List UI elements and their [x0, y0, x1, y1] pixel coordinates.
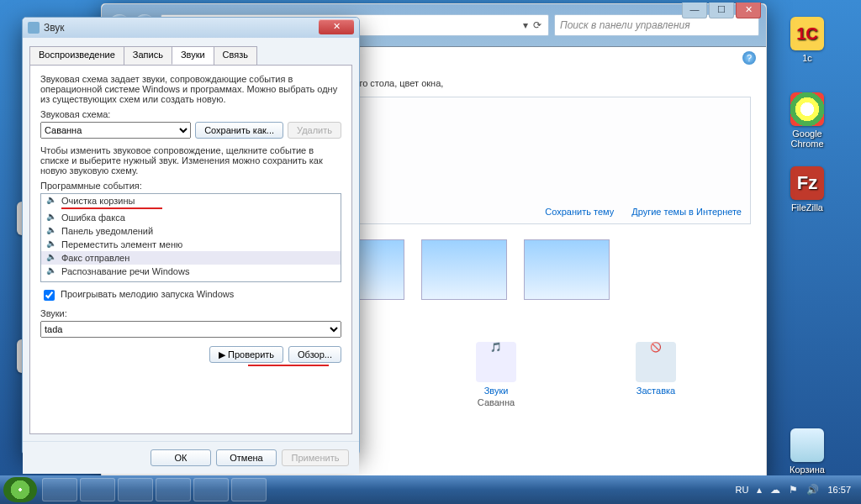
events-list[interactable]: Очистка корзины Ошибка факса Панель увед…	[40, 193, 341, 282]
chevron-down-icon[interactable]: ▾	[520, 19, 531, 31]
link-label: Заставка	[593, 386, 719, 396]
list-item[interactable]: Факс отправлен	[41, 251, 341, 265]
intro-text: Звуковая схема задает звуки, сопровождаю…	[40, 74, 341, 104]
link-label: Звуки	[433, 386, 559, 396]
list-item[interactable]: Панель уведомлений	[41, 224, 341, 238]
events-label: Программные события:	[40, 181, 341, 191]
link-more-themes[interactable]: Другие темы в Интернете	[631, 207, 742, 217]
start-button[interactable]	[3, 477, 37, 502]
dialog-titlebar[interactable]: Звук	[23, 18, 359, 38]
list-item[interactable]: Переместить элемент меню	[41, 238, 341, 251]
sound-dialog: Звук ✕ Воспроизведение Запись Звуки Связ…	[22, 17, 360, 455]
minimize-button[interactable]: —	[682, 3, 707, 18]
ok-button[interactable]: ОК	[151, 449, 211, 466]
search-placeholder: Поиск в панели управления	[560, 19, 690, 31]
screensaver-icon: 🚫	[636, 342, 676, 382]
theme-thumb[interactable]	[421, 239, 507, 300]
maximize-button[interactable]: ☐	[709, 3, 734, 18]
icon-label: 1c	[777, 53, 837, 63]
tray-flag-icon[interactable]: ⚑	[789, 484, 798, 496]
tab-playback[interactable]: Воспроизведение	[29, 46, 124, 65]
desktop-icon-filezilla[interactable]: Fz FileZilla	[777, 166, 837, 213]
events-intro: Чтобы изменить звуковое сопровождение, щ…	[40, 145, 341, 176]
tray-cloud-icon[interactable]: ☁	[770, 484, 780, 496]
window-controls: — ☐ ✕	[682, 3, 761, 18]
taskbar-pin-app[interactable]	[193, 478, 229, 501]
taskbar-pin-word[interactable]	[156, 478, 191, 501]
clock[interactable]: 16:57	[827, 485, 851, 495]
speaker-icon	[28, 22, 40, 34]
desktop-icon-recycle[interactable]: Корзина	[777, 428, 837, 475]
tab-bar: Воспроизведение Запись Звуки Связь	[29, 46, 352, 65]
checkbox-label: Проигрывать мелодию запуска Windows	[61, 289, 234, 299]
link-sounds[interactable]: 🎵 Звуки Саванна	[433, 342, 559, 407]
apply-button: Применить	[282, 449, 349, 466]
dialog-close-button[interactable]: ✕	[319, 19, 354, 34]
icon-label: FileZilla	[777, 202, 837, 213]
tab-comm[interactable]: Связь	[214, 46, 257, 65]
filezilla-icon: Fz	[790, 166, 824, 200]
refresh-icon[interactable]: ⟳	[531, 19, 543, 31]
link-sub: Саванна	[433, 397, 559, 407]
cancel-button[interactable]: Отмена	[216, 449, 277, 466]
theme-links: Сохранить тему Другие темы в Интернете	[530, 207, 742, 217]
link-screensaver[interactable]: 🚫 Заставка	[593, 342, 719, 407]
scheme-select[interactable]: Саванна	[40, 122, 191, 139]
play-startup-checkbox[interactable]	[44, 290, 55, 301]
tray-volume-icon[interactable]: 🔊	[806, 484, 819, 496]
taskbar-pin-personalization[interactable]	[231, 478, 267, 501]
tab-panel: Звуковая схема задает звуки, сопровождаю…	[29, 65, 352, 434]
system-tray[interactable]: RU ▴ ☁ ⚑ 🔊 16:57	[736, 484, 858, 496]
sound-icon: 🎵	[476, 342, 516, 382]
icon-label: Корзина	[777, 465, 837, 475]
list-item[interactable]: Ошибка факса	[41, 211, 341, 224]
desktop-icon-1c[interactable]: 1C 1c	[777, 17, 837, 63]
help-icon[interactable]: ?	[742, 51, 756, 65]
link-save-theme[interactable]: Сохранить тему	[545, 207, 614, 217]
delete-button: Удалить	[288, 122, 341, 139]
scheme-label: Звуковая схема:	[40, 109, 341, 119]
chrome-icon	[790, 92, 824, 126]
close-button[interactable]: ✕	[736, 3, 761, 18]
test-button[interactable]: ▶ Проверить	[209, 346, 283, 363]
taskbar[interactable]: RU ▴ ☁ ⚑ 🔊 16:57	[0, 475, 861, 504]
desktop-icon-chrome[interactable]: Google Chrome	[777, 92, 837, 149]
theme-thumb[interactable]	[524, 239, 610, 300]
list-item[interactable]: Распознавание речи Windows	[41, 265, 341, 278]
tray-chevron-icon[interactable]: ▴	[757, 484, 762, 496]
taskbar-pin-explorer[interactable]	[80, 478, 115, 501]
sounds-label: Звуки:	[40, 308, 341, 318]
language-indicator[interactable]: RU	[736, 485, 749, 495]
dialog-title: Звук	[44, 22, 65, 34]
tab-sounds[interactable]: Звуки	[172, 46, 214, 65]
recycle-icon	[790, 428, 824, 462]
oneC-icon: 1C	[790, 17, 824, 50]
sound-select[interactable]: tada	[40, 321, 341, 338]
tab-recording[interactable]: Запись	[124, 46, 172, 65]
taskbar-pin-ie[interactable]	[42, 478, 77, 501]
taskbar-pin-1c[interactable]	[118, 478, 153, 501]
icon-label: Google Chrome	[777, 129, 837, 149]
list-item[interactable]: Очистка корзины	[41, 194, 341, 211]
browse-button[interactable]: Обзор...	[288, 346, 341, 363]
dialog-footer: ОК Отмена Применить	[23, 441, 359, 474]
save-as-button[interactable]: Сохранить как...	[195, 122, 283, 139]
